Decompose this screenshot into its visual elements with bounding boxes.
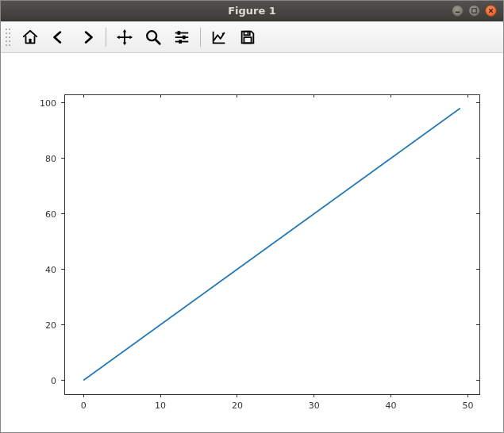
forward-icon: [79, 29, 96, 46]
svg-rect-14: [179, 40, 182, 44]
home-button[interactable]: [17, 25, 44, 50]
svg-text:50: 50: [462, 400, 473, 411]
svg-rect-15: [244, 31, 249, 35]
svg-text:100: 100: [40, 98, 56, 109]
svg-text:20: 20: [45, 320, 56, 331]
toolbar-separator: [106, 28, 106, 47]
pan-button[interactable]: [111, 25, 138, 50]
chart-canvas: 01020304050020406080100: [1, 53, 503, 432]
axes-button[interactable]: [206, 25, 233, 50]
subplots-icon: [173, 29, 190, 46]
window-title: Figure 1: [1, 5, 503, 17]
svg-text:80: 80: [45, 154, 56, 164]
zoom-icon: [144, 29, 162, 46]
titlebar: Figure 1: [1, 1, 503, 21]
svg-rect-1: [472, 9, 476, 13]
svg-text:30: 30: [309, 400, 320, 411]
save-icon: [239, 29, 256, 46]
plot-area[interactable]: 01020304050020406080100: [1, 53, 503, 432]
forward-button[interactable]: [74, 25, 101, 50]
window-controls: [452, 5, 503, 17]
subplots-button[interactable]: [168, 25, 195, 50]
back-icon: [50, 29, 67, 46]
svg-text:20: 20: [232, 400, 243, 411]
svg-text:40: 40: [386, 400, 397, 411]
svg-rect-4: [29, 38, 31, 43]
save-button[interactable]: [234, 25, 261, 50]
back-button[interactable]: [45, 25, 72, 50]
svg-text:0: 0: [51, 376, 56, 386]
toolbar-grip: [6, 27, 12, 48]
toolbar-separator: [200, 28, 201, 47]
svg-rect-13: [183, 35, 186, 39]
zoom-button[interactable]: [140, 25, 167, 50]
svg-text:40: 40: [45, 265, 56, 275]
svg-text:0: 0: [81, 400, 87, 411]
svg-rect-12: [178, 31, 181, 35]
svg-text:10: 10: [155, 400, 166, 411]
close-button[interactable]: [485, 5, 497, 17]
svg-text:60: 60: [45, 209, 56, 220]
svg-line-8: [156, 39, 160, 44]
axes-icon: [210, 29, 228, 46]
figure-window: Figure 1: [0, 0, 504, 433]
minimize-button[interactable]: [452, 5, 464, 17]
home-icon: [21, 29, 39, 46]
svg-rect-17: [244, 37, 251, 43]
pan-icon: [116, 29, 133, 46]
maximize-button[interactable]: [468, 5, 480, 17]
toolbar: [1, 21, 503, 53]
